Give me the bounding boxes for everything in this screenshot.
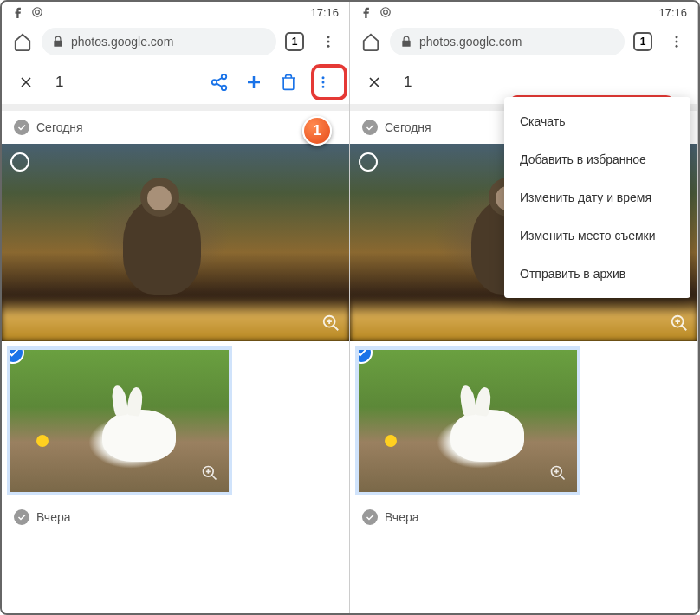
phone-right: 17:16 photos.google.com 1 1 Сегодня (350, 2, 698, 613)
browser-bar: photos.google.com 1 (2, 23, 349, 61)
svg-point-4 (327, 45, 330, 48)
close-selection[interactable] (359, 67, 390, 98)
svg-point-10 (322, 86, 325, 88)
clock: 17:16 (658, 6, 687, 19)
svg-point-2 (327, 36, 330, 38)
chrome-icon (31, 6, 43, 18)
zoom-icon[interactable] (201, 464, 220, 483)
svg-point-13 (381, 8, 391, 17)
url-bar[interactable]: photos.google.com (390, 28, 625, 55)
lock-icon (52, 36, 64, 48)
svg-point-7 (222, 86, 227, 91)
delete-icon[interactable] (271, 65, 306, 100)
zoom-icon[interactable] (670, 314, 689, 333)
home-icon[interactable] (355, 26, 386, 57)
facebook-icon (360, 6, 373, 18)
selection-count: 1 (397, 74, 689, 91)
svg-point-5 (222, 74, 227, 80)
more-icon[interactable] (306, 65, 340, 100)
check-icon (362, 509, 378, 525)
menu-change-location[interactable]: Изменить место съемки (504, 217, 690, 255)
home-icon[interactable] (7, 26, 38, 57)
photo-unchecked-icon[interactable] (10, 152, 29, 172)
lock-icon (400, 36, 412, 48)
chrome-icon (379, 6, 392, 18)
date-yesterday[interactable]: Вчера (350, 501, 697, 534)
url-text: photos.google.com (419, 35, 522, 49)
selection-bar: 1 (2, 61, 349, 104)
url-text: photos.google.com (71, 35, 173, 49)
date-today[interactable]: Сегодня (2, 111, 349, 144)
svg-point-15 (676, 36, 678, 38)
svg-point-3 (327, 41, 330, 43)
status-bar: 17:16 (350, 2, 697, 23)
context-menu: Скачать Добавить в избранное Изменить да… (504, 97, 690, 298)
photo-rabbit[interactable] (355, 346, 580, 495)
zoom-icon[interactable] (549, 464, 568, 483)
status-bar: 17:16 (2, 2, 349, 23)
share-icon[interactable] (202, 65, 237, 100)
photo-rabbit[interactable] (7, 346, 232, 495)
selection-count: 1 (49, 74, 195, 91)
svg-point-0 (33, 8, 42, 17)
marker-1: 1 (302, 116, 332, 146)
browser-menu-icon[interactable] (313, 26, 344, 57)
browser-menu-icon[interactable] (661, 26, 692, 57)
check-icon (14, 120, 29, 135)
facebook-icon (12, 6, 24, 18)
date-yesterday[interactable]: Вчера (2, 501, 349, 534)
tab-count[interactable]: 1 (285, 32, 304, 51)
browser-bar: photos.google.com 1 (350, 23, 697, 61)
menu-change-date[interactable]: Изменить дату и время (504, 178, 690, 217)
check-icon (14, 509, 29, 525)
menu-add-favorite[interactable]: Добавить в избранное (504, 140, 690, 178)
svg-point-16 (676, 41, 678, 43)
url-bar[interactable]: photos.google.com (42, 28, 276, 55)
check-icon (362, 120, 378, 135)
menu-download[interactable]: Скачать (504, 102, 690, 140)
svg-point-9 (322, 81, 325, 84)
menu-archive[interactable]: Отправить в архив (504, 255, 690, 293)
add-icon[interactable] (237, 65, 271, 100)
svg-point-8 (322, 76, 325, 79)
photo-unchecked-icon[interactable] (359, 152, 378, 172)
svg-point-14 (384, 10, 388, 15)
svg-point-6 (212, 80, 217, 85)
tab-count[interactable]: 1 (633, 32, 652, 51)
zoom-icon[interactable] (321, 314, 340, 333)
phone-left: 17:16 photos.google.com 1 1 (2, 2, 350, 613)
close-selection[interactable] (10, 67, 42, 98)
svg-point-1 (36, 10, 40, 15)
svg-point-17 (676, 45, 678, 48)
photo-monkey[interactable] (2, 144, 349, 341)
clock: 17:16 (310, 6, 339, 19)
